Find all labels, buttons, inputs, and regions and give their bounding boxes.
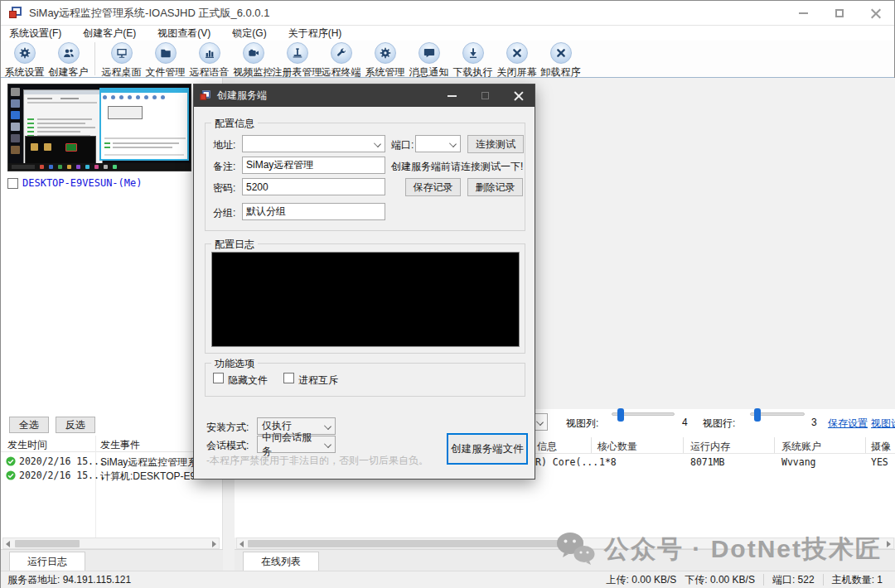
install-mode-label: 安装方式: [206, 421, 249, 435]
create-server-file-button[interactable]: 创建服务端文件 [447, 433, 528, 465]
session-mode-select[interactable]: 中间会话服务 [257, 436, 336, 453]
minimize-button[interactable] [785, 1, 821, 26]
dialog-maximize-button[interactable] [468, 84, 501, 107]
column-header-event[interactable]: 发生事件 [100, 438, 140, 452]
save-settings-link[interactable]: 保存设置 [828, 417, 868, 431]
toolbar-registry-manager[interactable]: 注册表管理 [275, 41, 319, 80]
host-checkbox[interactable] [7, 178, 18, 189]
save-record-button[interactable]: 保存记录 [405, 178, 461, 196]
remark-input[interactable] [242, 157, 385, 174]
dialog-icon [201, 91, 211, 101]
scroll-left-icon[interactable] [239, 541, 244, 547]
minimize-icon [448, 95, 457, 97]
chevron-down-icon [536, 418, 544, 426]
toolbar-video-monitor[interactable]: 视频监控 [231, 41, 275, 80]
process-mutex-checkbox[interactable] [283, 373, 294, 383]
host-list-item[interactable]: DESKTOP-E9VESUN-(Me) [7, 177, 143, 189]
group-input[interactable] [242, 203, 385, 220]
chevron-down-icon [449, 140, 457, 147]
registry-icon [287, 42, 308, 64]
toolbar-remote-audio[interactable]: 远程语音 [187, 41, 231, 80]
view-rows-slider[interactable] [750, 412, 805, 416]
dialog-title: 创建服务端 [217, 89, 267, 103]
column-header-cores[interactable]: 核心数量 [597, 440, 637, 454]
maximize-icon [835, 9, 844, 17]
cell-cpu-info: R) Core(... [535, 456, 598, 468]
column-header-memory[interactable]: 运行内存 [690, 440, 730, 454]
upload-speed: 上传: 0.00 KB/S [607, 573, 677, 587]
close-button[interactable] [858, 1, 894, 26]
password-input[interactable] [242, 178, 385, 195]
cell-core-count: 1*8 [599, 456, 617, 468]
toolbar-remote-desktop[interactable]: 远程桌面 [99, 41, 143, 80]
slider-thumb[interactable] [617, 408, 624, 422]
menu-system-settings[interactable]: 系统设置(F) [9, 27, 61, 41]
view-columns-slider[interactable] [612, 412, 675, 416]
config-info-legend: 配置信息 [211, 117, 258, 131]
toolbar-create-client[interactable]: 创建客户 [46, 41, 90, 80]
event-row[interactable]: 2020/2/16 15... SiMay远程监控管理系统 [1, 455, 223, 469]
slider-thumb[interactable] [754, 408, 761, 422]
toolbar-file-manager[interactable]: 文件管理 [143, 41, 187, 80]
column-header-info[interactable]: 信息 [537, 440, 557, 454]
toolbar-system-manager[interactable]: 系统管理 [363, 41, 407, 80]
host-log-panel: DESKTOP-E9VESUN-(Me) 全选 反选 发生时间 发生事件 202… [1, 78, 223, 550]
toolbar-remote-terminal[interactable]: 远程终端 [319, 41, 363, 80]
session-mode-label: 会话模式: [206, 439, 249, 453]
tab-run-log[interactable]: 运行日志 [9, 552, 85, 571]
menu-create-client[interactable]: 创建客户(E) [83, 27, 136, 41]
scroll-left-icon[interactable] [6, 541, 10, 547]
online-horizontal-scrollbar[interactable] [236, 537, 894, 549]
address-combobox[interactable] [242, 135, 385, 152]
window-title: SiMay远程监控管理系统-IOASJHD 正式版_6.0.0.1 [29, 6, 269, 21]
title-bar: SiMay远程监控管理系统-IOASJHD 正式版_6.0.0.1 [1, 1, 894, 26]
maximize-button[interactable] [821, 1, 858, 26]
success-check-icon [6, 456, 16, 466]
scrollbar-thumb[interactable] [15, 540, 80, 547]
column-divider [591, 437, 592, 454]
connection-test-button[interactable]: 连接测试 [467, 135, 524, 153]
toolbar-download-exec[interactable]: 下载执行 [451, 41, 495, 80]
camera-icon [243, 42, 264, 64]
toolbar-uninstall[interactable]: 卸载程序 [539, 41, 583, 80]
column-header-camera[interactable]: 摄像 [871, 440, 891, 454]
toolbar-close-screen[interactable]: 关闭屏幕 [495, 41, 539, 80]
port-combobox[interactable] [415, 135, 461, 152]
close-x-icon [550, 42, 572, 64]
event-row[interactable]: 2020/2/16 15... 计算机:DESKTOP-E9VES [1, 469, 223, 483]
select-all-button[interactable]: 全选 [9, 417, 49, 433]
tab-online-list[interactable]: 在线列表 [243, 552, 319, 571]
menu-lock[interactable]: 锁定(G) [232, 27, 266, 41]
remote-desktop-thumbnail[interactable] [7, 84, 191, 171]
scroll-right-icon[interactable] [212, 541, 216, 547]
test-hint-text: 创建服务端前请连接测试一下! [391, 160, 523, 174]
server-address-status: 服务器地址: 94.191.115.121 [7, 573, 131, 587]
log-tab-strip: 运行日志 [1, 549, 223, 571]
dialog-minimize-button[interactable] [435, 84, 468, 107]
wrench-icon [331, 42, 352, 64]
view-settings-link[interactable]: 视图设置 [871, 417, 895, 431]
log-horizontal-scrollbar[interactable] [2, 537, 220, 549]
chevron-down-icon [374, 140, 381, 147]
cell-camera: YES [871, 456, 888, 468]
scroll-right-icon[interactable] [887, 541, 891, 547]
dialog-close-button[interactable] [501, 84, 535, 107]
close-icon [871, 8, 881, 18]
online-tab-strip: 在线列表 [235, 549, 895, 571]
hide-file-checkbox[interactable] [213, 373, 224, 383]
status-divider [763, 574, 764, 586]
column-header-account[interactable]: 系统账户 [781, 440, 821, 454]
invert-select-button[interactable]: 反选 [56, 417, 95, 433]
users-icon [58, 42, 80, 64]
message-icon [418, 42, 440, 64]
toolbar-system-settings[interactable]: 系统设置 [2, 41, 46, 80]
scrollbar-thumb[interactable] [248, 540, 583, 547]
delete-record-button[interactable]: 删除记录 [467, 178, 523, 196]
dialog-title-bar: 创建服务端 [194, 84, 535, 107]
toolbar-message-notify[interactable]: 消息通知 [407, 41, 451, 80]
event-time: 2020/2/16 15... [19, 455, 105, 467]
options-legend: 功能选项 [211, 357, 258, 371]
menu-about[interactable]: 关于程序(H) [288, 27, 342, 41]
column-header-time[interactable]: 发生时间 [7, 438, 47, 452]
menu-view[interactable]: 视图查看(V) [157, 27, 210, 41]
